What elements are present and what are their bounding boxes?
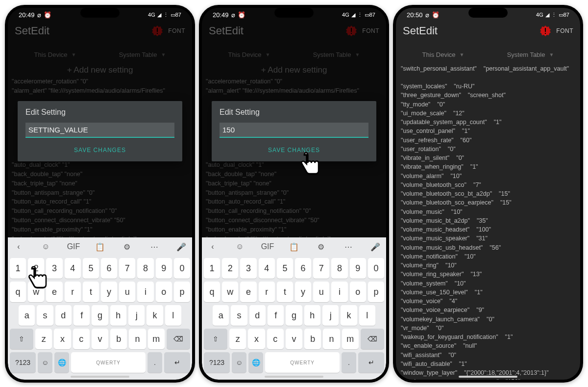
key-0[interactable]: 0	[368, 258, 384, 279]
key-e[interactable]: e	[46, 282, 62, 302]
key-3[interactable]: 3	[240, 258, 256, 279]
sticker-icon[interactable]: ☺	[234, 242, 245, 251]
font-button[interactable]: FONT	[362, 27, 379, 34]
keyboard-suggestion-bar[interactable]: ‹☺GIF📋⚙⋯🎤	[8, 237, 192, 256]
enter-key[interactable]: ↵	[164, 352, 190, 373]
key-0[interactable]: 0	[174, 258, 190, 279]
setting-row[interactable]: "volume_music_usb_headset""56"	[401, 243, 575, 252]
settings-list[interactable]: "switch_personal_assistant""personal_ass…	[396, 62, 580, 380]
mic-icon[interactable]: 🎤	[369, 242, 381, 252]
key-6[interactable]: 6	[295, 258, 311, 279]
key-z[interactable]: z	[229, 329, 246, 349]
soft-keyboard[interactable]: ‹☺GIF📋⚙⋯🎤1234567890qwertyuiopasdfghjkl⇧z…	[202, 237, 386, 380]
key-u[interactable]: u	[119, 282, 135, 302]
key-4[interactable]: 4	[259, 258, 275, 279]
setting-row[interactable]: "volume_bluetooth_sco_earpiece""15"	[401, 199, 575, 207]
key-5[interactable]: 5	[277, 258, 293, 279]
globe-key[interactable]: 🌐	[54, 352, 69, 373]
backspace-key[interactable]: ⌫	[361, 329, 384, 349]
add-new-setting[interactable]: + Add new setting	[8, 62, 192, 77]
key-a[interactable]: a	[213, 305, 229, 326]
setting-row[interactable]: "wifi_auto_disable""1"	[401, 360, 575, 368]
setting-row[interactable]: "auto_dual_clock" "1"	[12, 160, 188, 170]
back-icon[interactable]: ‹	[13, 242, 24, 251]
key-d[interactable]: d	[55, 305, 72, 326]
setting-row[interactable]: "volume_bluetooth_sco_bt_a2dp""15"	[401, 190, 575, 199]
save-changes-button[interactable]: SAVE CHANGES	[25, 138, 174, 156]
setting-row[interactable]: "volume_ring""10"	[401, 261, 575, 270]
device-dropdown[interactable]: This Device ▼	[34, 51, 76, 58]
key-2[interactable]: 2	[222, 258, 238, 279]
key-s[interactable]: s	[37, 305, 53, 326]
symbols-key[interactable]: ?123	[10, 352, 36, 373]
home-indicator[interactable]	[71, 376, 129, 378]
key-3[interactable]: 3	[46, 258, 62, 279]
keyboard-suggestion-bar[interactable]: ‹☺GIF📋⚙⋯🎤	[202, 237, 386, 256]
setting-row[interactable]: "back_triple_tap" "none"	[12, 179, 188, 188]
key-e[interactable]: e	[240, 282, 256, 302]
key-t[interactable]: t	[83, 282, 99, 302]
key-f[interactable]: f	[74, 305, 90, 326]
key-i[interactable]: i	[331, 282, 347, 302]
key-b[interactable]: b	[304, 329, 321, 349]
emoji-key[interactable]: ☺	[38, 352, 52, 373]
gear-icon[interactable]: ⚙	[121, 242, 133, 252]
table-dropdown[interactable]: System Table ▼	[119, 51, 166, 58]
setting-row[interactable]: "volume_music_bt_a2dp""35"	[401, 216, 575, 225]
key-c[interactable]: c	[267, 329, 284, 349]
setting-row[interactable]: "accelerometer_rotation" "0"	[12, 77, 188, 86]
enter-key[interactable]: ↵	[358, 352, 384, 373]
key-b[interactable]: b	[110, 329, 127, 349]
key-h[interactable]: h	[304, 305, 320, 326]
setting-value-input[interactable]	[25, 123, 174, 138]
emoji-key[interactable]: ☺	[232, 352, 246, 373]
setting-row[interactable]: "button_antispam_strange" "0"	[12, 188, 188, 198]
key-p[interactable]: p	[368, 282, 384, 302]
key-1[interactable]: 1	[204, 258, 220, 279]
setting-row[interactable]: "use_control_panel""1"	[401, 127, 575, 136]
key-2[interactable]: 2	[28, 258, 44, 279]
gif-button[interactable]: GIF	[67, 242, 79, 251]
key-h[interactable]: h	[110, 305, 126, 326]
setting-row[interactable]: "wc_enable_source""null"	[401, 342, 575, 351]
key-o[interactable]: o	[156, 282, 172, 302]
key-8[interactable]: 8	[137, 258, 153, 279]
setting-row[interactable]: "volume_system""10"	[401, 279, 575, 288]
setting-row[interactable]: "accelerometer_rotation" "0"	[206, 77, 382, 86]
key-n[interactable]: n	[129, 329, 146, 349]
device-dropdown[interactable]: This Device ▼	[422, 51, 465, 58]
gear-icon[interactable]: ⚙	[315, 242, 327, 252]
setting-row[interactable]: "three_gesture_down""screen_shot"	[401, 91, 575, 100]
setting-row[interactable]: "volume_alarm""10"	[401, 172, 575, 181]
key-x[interactable]: x	[248, 329, 265, 349]
key-4[interactable]: 4	[65, 258, 81, 279]
key-j[interactable]: j	[128, 305, 145, 326]
setting-row[interactable]: "button_antispam_strange" "0"	[206, 188, 382, 198]
more-icon[interactable]: ⋯	[148, 242, 160, 252]
shift-key[interactable]: ⇧	[204, 329, 227, 349]
shift-key[interactable]: ⇧	[10, 329, 33, 349]
setting-row[interactable]: "vibrate_in_silent""0"	[401, 154, 575, 163]
setting-row[interactable]: "volume_voice""4"	[401, 297, 575, 306]
key-1[interactable]: 1	[10, 258, 26, 279]
setting-row[interactable]: "volume_notification""10"	[401, 252, 575, 261]
key-l[interactable]: l	[165, 305, 181, 326]
setting-row[interactable]: "button_auto_record_call" "1"	[12, 197, 188, 206]
warning-icon[interactable]	[345, 25, 357, 37]
key-w[interactable]: w	[222, 282, 238, 302]
key-l[interactable]: l	[359, 305, 375, 326]
setting-row[interactable]: "system_locales""ru-RU"	[401, 82, 575, 91]
setting-row[interactable]: "volume_bluetooth_sco""7"	[401, 181, 575, 189]
font-button[interactable]: FONT	[556, 27, 573, 34]
setting-row[interactable]: "switch_personal_assistant""personal_ass…	[401, 64, 575, 73]
setting-row[interactable]: "back_double_tap" "none"	[206, 170, 382, 179]
add-new-setting[interactable]: + Add new setting	[202, 62, 386, 77]
setting-row[interactable]: "button_enable_proximity" "1"	[206, 225, 382, 234]
key-t[interactable]: t	[277, 282, 293, 302]
key-p[interactable]: p	[174, 282, 190, 302]
setting-row[interactable]: "volume_ring_speaker""13"	[401, 270, 575, 279]
key-m[interactable]: m	[148, 329, 165, 349]
setting-row[interactable]: "button_connect_disconnect_vibrate" "50"	[12, 216, 188, 225]
save-changes-button[interactable]: SAVE CHANGES	[220, 138, 368, 156]
backspace-key[interactable]: ⌫	[167, 329, 190, 349]
